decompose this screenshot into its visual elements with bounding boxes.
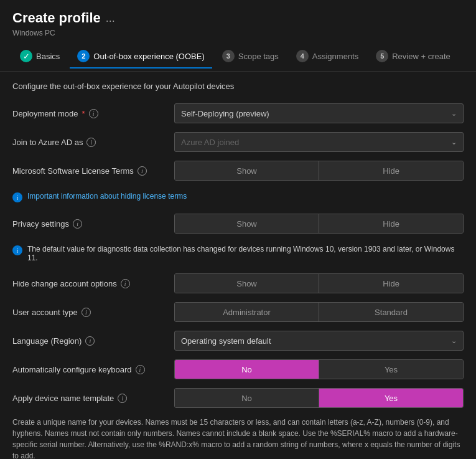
license-terms-row: Microsoft Software License Terms i Show … [12,161,464,181]
section-description: Configure the out-of-box experience for … [12,82,464,91]
tab-oobe-label: Out-of-box experience (OOBE) [93,52,204,61]
user-admin-btn[interactable]: Administrator [175,303,319,321]
privacy-warning-text: The default value for diagnostic data co… [27,245,464,262]
user-account-row: User account type i Administrator Standa… [12,302,464,322]
user-account-control: Administrator Standard [174,302,464,322]
deployment-mode-value: Self-Deploying (preview) [181,109,269,118]
license-terms-control: Show Hide [174,161,464,181]
hide-change-toggle: Show Hide [174,273,464,293]
language-label: Language (Region) i [12,336,174,346]
user-account-label: User account type i [12,308,174,317]
tab-assignments[interactable]: 4 Assignments [289,45,366,69]
tab-oobe-num: 2 [77,50,90,62]
join-azure-control: Azure AD joined ⌄ [174,132,464,152]
tab-basics-check: ✓ [20,50,32,62]
device-name-no-btn[interactable]: No [175,389,319,407]
privacy-info-icon[interactable]: i [73,219,82,229]
device-name-template-label: Apply device name template i [12,394,174,403]
auto-keyboard-no-btn[interactable]: No [175,360,319,379]
tab-assignments-num: 4 [296,50,309,62]
page-title: Create profile [12,10,101,26]
join-azure-info-icon[interactable]: i [86,138,96,147]
device-name-yes-btn[interactable]: Yes [319,389,463,407]
deployment-mode-chevron: ⌄ [451,110,457,118]
privacy-settings-row: Privacy settings i Show Hide [12,214,464,234]
tab-basics[interactable]: ✓ Basics [12,45,67,69]
join-azure-label: Join to Azure AD as i [12,138,174,147]
hide-change-account-control: Show Hide [174,273,464,293]
tab-scope[interactable]: 3 Scope tags [215,45,286,69]
tab-scope-num: 3 [222,50,235,62]
user-standard-btn[interactable]: Standard [319,303,463,321]
tabs-bar: ✓ Basics 2 Out-of-box experience (OOBE) … [0,42,476,72]
hide-change-account-row: Hide change account options i Show Hide [12,273,464,293]
privacy-toggle: Show Hide [174,214,464,234]
hide-change-info-icon[interactable]: i [121,279,130,288]
language-control: Operating system default ⌄ [174,331,464,351]
ellipsis-button[interactable]: ... [106,12,115,25]
auto-keyboard-label: Automatically configure keyboard i [12,365,174,374]
language-select[interactable]: Operating system default ⌄ [174,331,464,351]
deployment-mode-select[interactable]: Self-Deploying (preview) ⌄ [174,103,464,123]
page-subtitle: Windows PC [0,29,476,42]
license-show-btn[interactable]: Show [175,161,319,180]
auto-keyboard-toggle: No Yes [174,359,464,379]
license-hide-btn[interactable]: Hide [319,161,463,180]
license-terms-toggle: Show Hide [174,161,464,181]
tab-basics-label: Basics [36,52,60,61]
join-azure-select[interactable]: Azure AD joined ⌄ [174,132,464,152]
language-chevron: ⌄ [451,337,457,345]
privacy-warning-icon: i [12,245,22,255]
license-info-banner: i Important information about hiding lic… [12,189,464,205]
license-info-icon-blue: i [12,192,22,202]
privacy-settings-control: Show Hide [174,214,464,234]
auto-keyboard-row: Automatically configure keyboard i No Ye… [12,359,464,379]
privacy-warning-banner: i The default value for diagnostic data … [12,242,464,265]
license-terms-info-icon[interactable]: i [138,166,147,176]
hide-change-show-btn[interactable]: Show [175,274,319,293]
language-row: Language (Region) i Operating system def… [12,331,464,351]
device-name-info-icon[interactable]: i [118,394,127,403]
device-name-description: Create a unique name for your devices. N… [12,417,464,459]
deployment-required-star: * [82,109,85,118]
user-account-info-icon[interactable]: i [82,308,91,317]
auto-keyboard-control: No Yes [174,359,464,379]
deployment-mode-control: Self-Deploying (preview) ⌄ [174,103,464,123]
tab-oobe[interactable]: 2 Out-of-box experience (OOBE) [70,45,212,69]
language-info-icon[interactable]: i [85,336,95,346]
device-name-template-control: No Yes [174,388,464,408]
tab-scope-label: Scope tags [238,52,279,61]
privacy-settings-label: Privacy settings i [12,219,174,229]
privacy-show-btn[interactable]: Show [175,214,319,233]
auto-keyboard-yes-btn[interactable]: Yes [319,360,463,379]
join-azure-value: Azure AD joined [181,138,239,147]
license-info-text[interactable]: Important information about hiding licen… [27,192,187,201]
device-name-template-row: Apply device name template i No Yes [12,388,464,408]
hide-change-hide-btn[interactable]: Hide [319,274,463,293]
join-azure-chevron: ⌄ [451,138,457,146]
auto-keyboard-info-icon[interactable]: i [136,365,145,374]
privacy-hide-btn[interactable]: Hide [319,214,463,233]
tab-assignments-label: Assignments [312,52,358,61]
deployment-mode-label: Deployment mode * i [12,109,174,118]
join-azure-row: Join to Azure AD as i Azure AD joined ⌄ [12,132,464,152]
hide-change-account-label: Hide change account options i [12,279,174,288]
user-account-toggle: Administrator Standard [174,302,464,322]
deployment-mode-row: Deployment mode * i Self-Deploying (prev… [12,103,464,123]
tab-review[interactable]: 5 Review + create [368,45,458,69]
language-value: Operating system default [181,336,271,346]
tab-review-num: 5 [376,50,388,62]
device-name-toggle: No Yes [174,388,464,408]
tab-review-label: Review + create [392,52,450,61]
license-terms-label: Microsoft Software License Terms i [12,166,174,176]
deployment-info-icon[interactable]: i [89,109,98,118]
